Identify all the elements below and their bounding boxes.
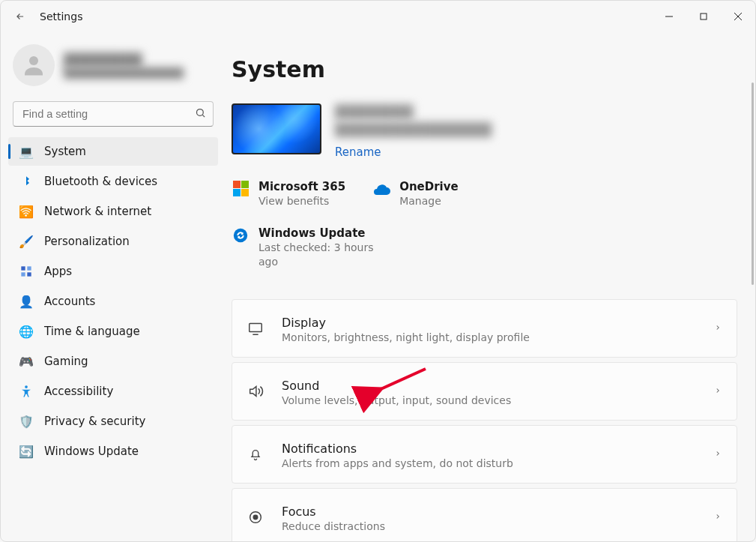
- maximize-button[interactable]: [686, 4, 721, 28]
- device-block: ████████ ████████████████ Rename: [232, 103, 492, 159]
- nav-accounts[interactable]: 👤Accounts: [8, 287, 218, 316]
- svg-point-5: [197, 109, 204, 116]
- nav-accessibility-icon: [19, 384, 34, 399]
- svg-point-11: [25, 385, 28, 388]
- main-pane: System ████████ ████████████████ Rename: [226, 32, 755, 541]
- nav-gaming[interactable]: 🎮Gaming: [8, 347, 218, 376]
- tile-onedrive[interactable]: OneDrive Manage: [372, 180, 459, 208]
- nav-personalization-label: Personalization: [44, 235, 211, 248]
- onedrive-icon: [372, 180, 390, 198]
- nav-accounts-icon: 👤: [19, 294, 34, 309]
- nav-time-language-label: Time & language: [44, 325, 211, 338]
- svg-rect-13: [250, 324, 262, 332]
- nav-system-label: System: [44, 145, 211, 158]
- device-model: ████████████████: [335, 121, 492, 139]
- tile-onedrive-sub: Manage: [399, 194, 459, 208]
- nav-apps-icon: [19, 264, 34, 279]
- nav-personalization[interactable]: 🖌️Personalization: [8, 227, 218, 256]
- svg-point-12: [234, 229, 247, 242]
- nav-privacy-icon: 🛡️: [19, 414, 34, 429]
- nav-windows-update[interactable]: 🔄Windows Update: [8, 437, 218, 466]
- card-focus-title: Focus: [282, 503, 698, 520]
- svg-point-4: [29, 56, 38, 65]
- nav-accounts-label: Accounts: [44, 295, 211, 308]
- svg-line-6: [202, 115, 205, 117]
- svg-point-16: [253, 516, 258, 520]
- nav-apps[interactable]: Apps: [8, 257, 218, 286]
- tile-onedrive-title: OneDrive: [399, 180, 459, 195]
- nav-bluetooth-icon: [19, 174, 34, 189]
- nav-privacy[interactable]: 🛡️Privacy & security: [8, 407, 218, 436]
- card-sound-title: Sound: [282, 377, 698, 394]
- window-controls: [652, 4, 755, 28]
- nav-windows-update-icon: 🔄: [19, 444, 34, 459]
- windows-update-icon: [232, 226, 250, 244]
- device-thumbnail[interactable]: [232, 103, 321, 154]
- nav-privacy-label: Privacy & security: [44, 415, 211, 428]
- card-display-sub: Monitors, brightness, night light, displ…: [282, 331, 698, 343]
- search-input[interactable]: [13, 101, 214, 127]
- device-name: ████████: [335, 103, 492, 121]
- card-display-icon: [246, 320, 265, 337]
- chevron-right-icon: [714, 512, 722, 523]
- tile-ms365[interactable]: Microsoft 365 View benefits: [232, 180, 345, 208]
- card-focus-sub: Reduce distractions: [282, 520, 698, 532]
- card-display[interactable]: DisplayMonitors, brightness, night light…: [232, 299, 737, 358]
- settings-window: Settings ████████ ████████████████: [0, 0, 756, 542]
- card-notifications-icon: [246, 447, 265, 462]
- nav-apps-label: Apps: [44, 265, 211, 278]
- tile-ms365-title: Microsoft 365: [258, 180, 345, 195]
- titlebar: Settings: [1, 1, 755, 32]
- page-heading: System: [232, 56, 737, 82]
- sidebar: ████████ ████████████████ 💻SystemBluetoo…: [1, 32, 226, 541]
- tile-wu-sub: Last checked: 3 hours ago: [258, 241, 386, 269]
- account-header[interactable]: ████████ ████████████████: [7, 38, 220, 98]
- minimize-button[interactable]: [652, 4, 686, 28]
- scrollbar[interactable]: [752, 82, 754, 285]
- nav-network-label: Network & internet: [44, 205, 211, 218]
- search-box: [13, 101, 214, 127]
- chevron-right-icon: [714, 386, 722, 397]
- tile-windows-update[interactable]: Windows Update Last checked: 3 hours ago: [232, 226, 459, 269]
- nav-network-icon: 🛜: [19, 204, 34, 219]
- card-notifications-sub: Alerts from apps and system, do not dist…: [282, 457, 698, 469]
- card-sound-icon: [246, 383, 265, 400]
- nav-personalization-icon: 🖌️: [19, 234, 34, 249]
- nav-gaming-icon: 🎮: [19, 354, 34, 369]
- account-name: ████████: [64, 52, 184, 67]
- chevron-right-icon: [714, 449, 722, 460]
- nav-accessibility[interactable]: Accessibility: [8, 377, 218, 406]
- card-sound-sub: Volume levels, output, input, sound devi…: [282, 394, 698, 406]
- settings-cards: DisplayMonitors, brightness, night light…: [232, 299, 737, 541]
- svg-rect-10: [27, 272, 31, 276]
- close-button[interactable]: [721, 4, 755, 28]
- back-button[interactable]: [10, 6, 31, 27]
- card-notifications-title: Notifications: [282, 440, 698, 457]
- nav-bluetooth[interactable]: Bluetooth & devices: [8, 167, 218, 196]
- card-sound[interactable]: SoundVolume levels, output, input, sound…: [232, 362, 737, 421]
- svg-rect-8: [27, 266, 31, 270]
- nav-time-language[interactable]: 🌐Time & language: [8, 317, 218, 346]
- svg-rect-1: [701, 13, 707, 19]
- nav-network[interactable]: 🛜Network & internet: [8, 197, 218, 226]
- window-title: Settings: [40, 10, 82, 22]
- nav-list: 💻SystemBluetooth & devices🛜Network & int…: [7, 137, 220, 466]
- nav-bluetooth-label: Bluetooth & devices: [44, 175, 211, 188]
- nav-windows-update-label: Windows Update: [44, 445, 211, 458]
- nav-system[interactable]: 💻System: [8, 137, 218, 166]
- tile-ms365-sub: View benefits: [258, 194, 345, 208]
- card-focus-icon: [246, 509, 265, 526]
- svg-rect-7: [21, 266, 25, 270]
- card-notifications[interactable]: NotificationsAlerts from apps and system…: [232, 425, 737, 484]
- card-focus[interactable]: FocusReduce distractions: [232, 488, 737, 541]
- hero-row: ████████ ████████████████ Rename: [232, 103, 737, 269]
- nav-system-icon: 💻: [19, 144, 34, 159]
- nav-accessibility-label: Accessibility: [44, 385, 211, 398]
- card-display-title: Display: [282, 314, 698, 331]
- account-text: ████████ ████████████████: [64, 52, 184, 79]
- nav-gaming-label: Gaming: [44, 355, 211, 368]
- chevron-right-icon: [714, 323, 722, 334]
- svg-rect-9: [21, 272, 25, 276]
- rename-link[interactable]: Rename: [335, 145, 381, 159]
- avatar: [13, 44, 55, 86]
